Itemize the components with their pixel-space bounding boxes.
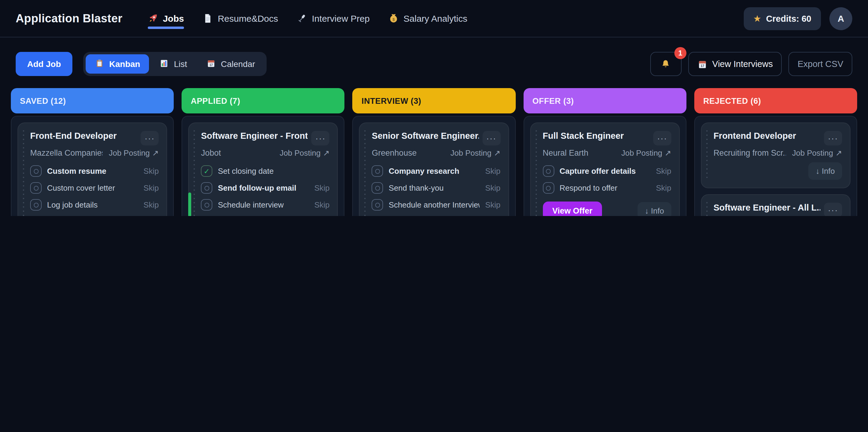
task-unchecked-icon[interactable] [30, 182, 42, 194]
task-skip-link[interactable]: Skip [144, 183, 159, 192]
svg-text:$: $ [392, 17, 395, 22]
column-interview: INTERVIEW (3)Senior Software Engineer...… [352, 88, 516, 216]
main-nav: Jobs Resume&Docs Interview Prep $ Salary… [148, 0, 467, 37]
task-row: Company researchSkip [372, 165, 500, 177]
card-menu-button[interactable]: ··· [482, 131, 500, 146]
view-list-button[interactable]: List [151, 54, 196, 73]
task-unchecked-icon[interactable] [372, 165, 383, 177]
task-unchecked-icon[interactable] [372, 199, 383, 211]
task-skip-link[interactable]: Skip [656, 166, 671, 176]
notification-badge: 1 [674, 47, 686, 59]
tab-label: Jobs [163, 13, 184, 24]
task-unchecked-icon[interactable] [201, 199, 212, 211]
card-menu-button[interactable]: ··· [653, 131, 671, 146]
tab-salary-analytics[interactable]: $ Salary Analytics [389, 0, 467, 37]
card-action-button[interactable]: View Offer [542, 202, 602, 216]
task-label: Custom cover letter [47, 183, 138, 192]
tab-label: Resume&Docs [218, 13, 278, 24]
add-job-button[interactable]: Add Job [16, 52, 72, 76]
toolbar-right: 1 17 View Interviews Export CSV [650, 52, 852, 76]
task-label: Capture offer details [559, 166, 651, 176]
card-menu-button[interactable]: ··· [824, 203, 842, 216]
job-title: Software Engineer - All L... [714, 203, 820, 212]
export-csv-button[interactable]: Export CSV [789, 52, 852, 76]
task-label: Schedule another Interview [389, 200, 480, 209]
job-card[interactable]: Front-End Developer···Mazzella Companies… [18, 122, 167, 216]
svg-text:17: 17 [701, 64, 704, 67]
view-calendar-button[interactable]: 17 Calendar [197, 54, 264, 73]
task-skip-link[interactable]: Skip [314, 200, 330, 209]
task-skip-link[interactable]: Skip [144, 166, 159, 176]
task-checked-icon[interactable]: ✓ [201, 165, 212, 177]
external-link-arrow-icon: ↗ [323, 148, 330, 157]
task-unchecked-icon[interactable] [542, 165, 554, 177]
view-interviews-button[interactable]: 17 View Interviews [688, 52, 782, 76]
rocket-icon [148, 13, 158, 24]
progress-strip [188, 192, 191, 216]
task-skip-link[interactable]: Skip [485, 183, 501, 192]
task-skip-link[interactable]: Skip [314, 183, 330, 192]
task-skip-link[interactable]: Skip [485, 200, 501, 209]
company-name: Greenhouse [372, 148, 444, 157]
task-skip-link[interactable]: Skip [485, 166, 501, 176]
job-posting-label: Job Posting [792, 148, 833, 157]
card-menu-button[interactable]: ··· [312, 131, 330, 146]
task-row: Capture offer detailsSkip [542, 165, 671, 177]
job-posting-link[interactable]: Job Posting↗ [451, 148, 501, 157]
app-header: Application Blaster Jobs Resume&Docs Int… [0, 0, 868, 37]
job-card[interactable]: Software Engineer - Front...···JobotJob … [188, 122, 338, 216]
calendar-icon: 17 [697, 59, 708, 69]
view-kanban-button[interactable]: Kanban [86, 54, 149, 73]
task-checklist: Capture offer detailsSkipRespond to offe… [542, 165, 671, 194]
view-interviews-label: View Interviews [712, 59, 773, 69]
task-unchecked-icon[interactable] [201, 182, 212, 194]
external-link-arrow-icon: ↗ [835, 148, 842, 157]
job-posting-link[interactable]: Job Posting↗ [109, 148, 159, 157]
toolbar: Add Job Kanban List 17 Calendar [0, 52, 868, 76]
column-body-interview: Senior Software Engineer...···Greenhouse… [352, 116, 516, 216]
tab-resume-docs[interactable]: Resume&Docs [203, 0, 278, 37]
clipboard-icon [95, 58, 104, 70]
view-switcher: Kanban List 17 Calendar [83, 52, 267, 76]
task-checklist: ✓Set closing dateSend follow-up emailSki… [201, 165, 329, 211]
company-name: Mazzella Companies [30, 148, 103, 157]
task-row: Log job detailsSkip [30, 199, 159, 211]
external-link-arrow-icon: ↗ [494, 148, 500, 157]
company-name: Neural Earth [542, 148, 615, 157]
task-unchecked-icon[interactable] [372, 182, 383, 194]
notifications-button[interactable]: 1 [650, 52, 682, 76]
task-unchecked-icon[interactable] [542, 182, 554, 194]
card-menu-button[interactable]: ··· [824, 131, 842, 146]
credits-badge[interactable]: ★ Credits: 60 [743, 7, 821, 30]
job-card[interactable]: Frontend Developer···Recruiting from Scr… [701, 122, 850, 188]
job-posting-link[interactable]: Job Posting↗ [621, 148, 671, 157]
task-skip-link[interactable]: Skip [656, 183, 671, 192]
job-card[interactable]: Full Stack Engineer···Neural EarthJob Po… [530, 122, 680, 216]
job-card[interactable]: Senior Software Engineer...···Greenhouse… [359, 122, 509, 216]
job-title: Front-End Developer [30, 131, 137, 141]
job-card[interactable]: Software Engineer - All L...···GlossGeni… [701, 194, 850, 216]
tab-label: Interview Prep [312, 13, 370, 24]
bell-icon [661, 59, 671, 69]
task-label: Send follow-up email [218, 183, 309, 192]
info-button[interactable]: ↓ Info [638, 202, 671, 216]
column-body-applied: Software Engineer - Front...···JobotJob … [182, 116, 344, 216]
job-posting-link[interactable]: Job Posting↗ [280, 148, 330, 157]
card-menu-button[interactable]: ··· [141, 131, 159, 146]
task-label: Company research [389, 166, 480, 176]
task-skip-link[interactable]: Skip [144, 200, 159, 209]
task-label: Set closing date [218, 166, 329, 176]
tab-jobs[interactable]: Jobs [148, 0, 184, 37]
task-unchecked-icon[interactable] [30, 199, 42, 211]
column-header-interview: INTERVIEW (3) [352, 88, 516, 114]
job-posting-link[interactable]: Job Posting↗ [792, 148, 842, 157]
job-title: Senior Software Engineer... [372, 131, 478, 141]
column-header-rejected: REJECTED (6) [694, 88, 857, 114]
avatar[interactable]: A [829, 7, 852, 30]
job-posting-label: Job Posting [280, 148, 320, 157]
info-button[interactable]: ↓ Info [808, 162, 842, 180]
column-rejected: REJECTED (6)Frontend Developer···Recruit… [694, 88, 857, 216]
task-row: Custom cover letterSkip [30, 182, 159, 194]
tab-interview-prep[interactable]: Interview Prep [297, 0, 370, 37]
task-unchecked-icon[interactable] [30, 165, 42, 177]
